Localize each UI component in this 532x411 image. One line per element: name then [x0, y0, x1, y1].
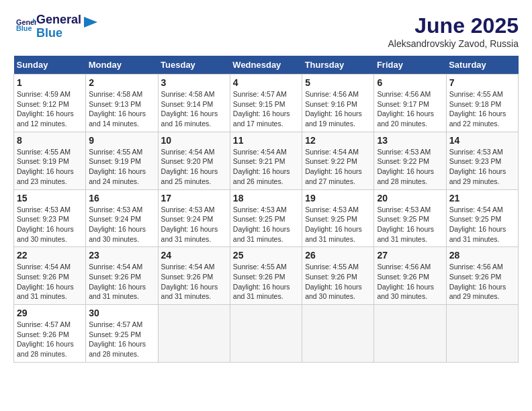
day-info: Sunrise: 4:54 AMSunset: 9:26 PMDaylight:… — [161, 262, 227, 302]
header-wednesday: Wednesday — [230, 56, 302, 75]
calendar-cell: 3 Sunrise: 4:58 AMSunset: 9:14 PMDayligh… — [158, 75, 230, 132]
header-thursday: Thursday — [302, 56, 374, 75]
header-friday: Friday — [374, 56, 446, 75]
day-number: 26 — [305, 250, 371, 261]
day-number: 15 — [17, 193, 83, 203]
day-number: 6 — [377, 77, 443, 88]
day-info: Sunrise: 4:56 AMSunset: 9:26 PMDaylight:… — [449, 262, 515, 302]
calendar-cell — [158, 305, 230, 363]
calendar-cell: 1 Sunrise: 4:59 AMSunset: 9:12 PMDayligh… — [14, 75, 86, 132]
header-tuesday: Tuesday — [158, 56, 230, 75]
day-number: 24 — [161, 250, 227, 261]
day-info: Sunrise: 4:54 AMSunset: 9:25 PMDaylight:… — [449, 205, 515, 244]
calendar-cell: 23 Sunrise: 4:54 AMSunset: 9:26 PMDaylig… — [86, 247, 158, 305]
title-area: June 2025 Aleksandrovskiy Zavod, Russia — [388, 13, 519, 49]
calendar-cell: 16 Sunrise: 4:53 AMSunset: 9:24 PMDaylig… — [86, 189, 158, 247]
day-number: 12 — [305, 135, 371, 146]
day-number: 3 — [161, 77, 227, 88]
week-row-3: 15 Sunrise: 4:53 AMSunset: 9:23 PMDaylig… — [14, 189, 519, 247]
day-info: Sunrise: 4:58 AMSunset: 9:13 PMDaylight:… — [89, 89, 154, 129]
day-number: 20 — [377, 193, 443, 203]
calendar-cell: 11 Sunrise: 4:54 AMSunset: 9:21 PMDaylig… — [230, 132, 302, 189]
day-info: Sunrise: 4:53 AMSunset: 9:23 PMDaylight:… — [17, 205, 83, 244]
logo: General Blue General Blue — [13, 13, 97, 40]
calendar-cell: 26 Sunrise: 4:55 AMSunset: 9:26 PMDaylig… — [302, 247, 374, 305]
day-number: 4 — [233, 77, 299, 88]
day-number: 17 — [161, 193, 227, 203]
day-info: Sunrise: 4:53 AMSunset: 9:23 PMDaylight:… — [449, 147, 515, 187]
day-number: 28 — [449, 250, 515, 261]
calendar: SundayMondayTuesdayWednesdayThursdayFrid… — [13, 56, 519, 363]
day-info: Sunrise: 4:55 AMSunset: 9:19 PMDaylight:… — [89, 147, 154, 187]
month-title: June 2025 — [388, 13, 519, 38]
day-info: Sunrise: 4:55 AMSunset: 9:26 PMDaylight:… — [305, 262, 371, 302]
day-number: 16 — [89, 193, 154, 203]
calendar-cell: 14 Sunrise: 4:53 AMSunset: 9:23 PMDaylig… — [446, 132, 518, 189]
day-info: Sunrise: 4:57 AMSunset: 9:25 PMDaylight:… — [89, 320, 154, 359]
header-saturday: Saturday — [446, 56, 518, 75]
day-number: 25 — [233, 250, 299, 261]
day-number: 11 — [233, 135, 299, 146]
calendar-cell: 2 Sunrise: 4:58 AMSunset: 9:13 PMDayligh… — [86, 75, 158, 132]
day-info: Sunrise: 4:58 AMSunset: 9:14 PMDaylight:… — [161, 89, 227, 129]
day-info: Sunrise: 4:53 AMSunset: 9:25 PMDaylight:… — [233, 205, 299, 244]
calendar-cell: 21 Sunrise: 4:54 AMSunset: 9:25 PMDaylig… — [446, 189, 518, 247]
calendar-cell: 25 Sunrise: 4:55 AMSunset: 9:26 PMDaylig… — [230, 247, 302, 305]
calendar-cell: 24 Sunrise: 4:54 AMSunset: 9:26 PMDaylig… — [158, 247, 230, 305]
day-info: Sunrise: 4:53 AMSunset: 9:25 PMDaylight:… — [377, 205, 443, 244]
day-number: 22 — [17, 250, 83, 261]
day-info: Sunrise: 4:54 AMSunset: 9:26 PMDaylight:… — [89, 262, 154, 302]
calendar-cell: 5 Sunrise: 4:56 AMSunset: 9:16 PMDayligh… — [302, 75, 374, 132]
day-info: Sunrise: 4:55 AMSunset: 9:26 PMDaylight:… — [233, 262, 299, 302]
calendar-cell: 15 Sunrise: 4:53 AMSunset: 9:23 PMDaylig… — [14, 189, 86, 247]
logo-general: General — [36, 13, 81, 27]
day-info: Sunrise: 4:59 AMSunset: 9:12 PMDaylight:… — [17, 89, 83, 129]
calendar-cell: 4 Sunrise: 4:57 AMSunset: 9:15 PMDayligh… — [230, 75, 302, 132]
day-number: 7 — [449, 77, 515, 88]
calendar-cell: 29 Sunrise: 4:57 AMSunset: 9:26 PMDaylig… — [14, 305, 86, 363]
day-info: Sunrise: 4:57 AMSunset: 9:26 PMDaylight:… — [17, 320, 83, 359]
calendar-cell: 17 Sunrise: 4:53 AMSunset: 9:24 PMDaylig… — [158, 189, 230, 247]
calendar-cell: 19 Sunrise: 4:53 AMSunset: 9:25 PMDaylig… — [302, 189, 374, 247]
calendar-cell: 6 Sunrise: 4:56 AMSunset: 9:17 PMDayligh… — [374, 75, 446, 132]
day-info: Sunrise: 4:53 AMSunset: 9:22 PMDaylight:… — [377, 147, 443, 187]
calendar-header-row: SundayMondayTuesdayWednesdayThursdayFrid… — [14, 56, 519, 75]
calendar-cell: 7 Sunrise: 4:55 AMSunset: 9:18 PMDayligh… — [446, 75, 518, 132]
day-number: 27 — [377, 250, 443, 261]
day-info: Sunrise: 4:54 AMSunset: 9:20 PMDaylight:… — [161, 147, 227, 187]
calendar-cell — [302, 305, 374, 363]
calendar-cell: 20 Sunrise: 4:53 AMSunset: 9:25 PMDaylig… — [374, 189, 446, 247]
day-info: Sunrise: 4:57 AMSunset: 9:15 PMDaylight:… — [233, 89, 299, 129]
day-info: Sunrise: 4:53 AMSunset: 9:24 PMDaylight:… — [89, 205, 154, 244]
day-number: 10 — [161, 135, 227, 146]
week-row-1: 1 Sunrise: 4:59 AMSunset: 9:12 PMDayligh… — [14, 75, 519, 132]
week-row-4: 22 Sunrise: 4:54 AMSunset: 9:26 PMDaylig… — [14, 247, 519, 305]
calendar-cell: 30 Sunrise: 4:57 AMSunset: 9:25 PMDaylig… — [86, 305, 158, 363]
calendar-cell: 13 Sunrise: 4:53 AMSunset: 9:22 PMDaylig… — [374, 132, 446, 189]
day-info: Sunrise: 4:53 AMSunset: 9:25 PMDaylight:… — [305, 205, 371, 244]
day-info: Sunrise: 4:55 AMSunset: 9:18 PMDaylight:… — [449, 89, 515, 129]
day-info: Sunrise: 4:54 AMSunset: 9:21 PMDaylight:… — [233, 147, 299, 187]
day-info: Sunrise: 4:55 AMSunset: 9:19 PMDaylight:… — [17, 147, 83, 187]
calendar-cell — [374, 305, 446, 363]
calendar-cell: 22 Sunrise: 4:54 AMSunset: 9:26 PMDaylig… — [14, 247, 86, 305]
svg-text:Blue: Blue — [16, 24, 32, 32]
logo-flag-icon — [84, 17, 97, 28]
day-number: 2 — [89, 77, 154, 88]
calendar-cell — [230, 305, 302, 363]
day-info: Sunrise: 4:56 AMSunset: 9:16 PMDaylight:… — [305, 89, 371, 129]
day-number: 8 — [17, 135, 83, 146]
calendar-cell: 27 Sunrise: 4:56 AMSunset: 9:26 PMDaylig… — [374, 247, 446, 305]
week-row-5: 29 Sunrise: 4:57 AMSunset: 9:26 PMDaylig… — [14, 305, 519, 363]
day-number: 1 — [17, 77, 83, 88]
calendar-cell: 12 Sunrise: 4:54 AMSunset: 9:22 PMDaylig… — [302, 132, 374, 189]
day-number: 5 — [305, 77, 371, 88]
week-row-2: 8 Sunrise: 4:55 AMSunset: 9:19 PMDayligh… — [14, 132, 519, 189]
day-number: 14 — [449, 135, 515, 146]
logo-blue: Blue — [36, 27, 81, 40]
day-info: Sunrise: 4:56 AMSunset: 9:26 PMDaylight:… — [377, 262, 443, 302]
day-number: 9 — [89, 135, 154, 146]
subtitle: Aleksandrovskiy Zavod, Russia — [388, 38, 519, 49]
calendar-cell: 10 Sunrise: 4:54 AMSunset: 9:20 PMDaylig… — [158, 132, 230, 189]
day-info: Sunrise: 4:54 AMSunset: 9:26 PMDaylight:… — [17, 262, 83, 302]
